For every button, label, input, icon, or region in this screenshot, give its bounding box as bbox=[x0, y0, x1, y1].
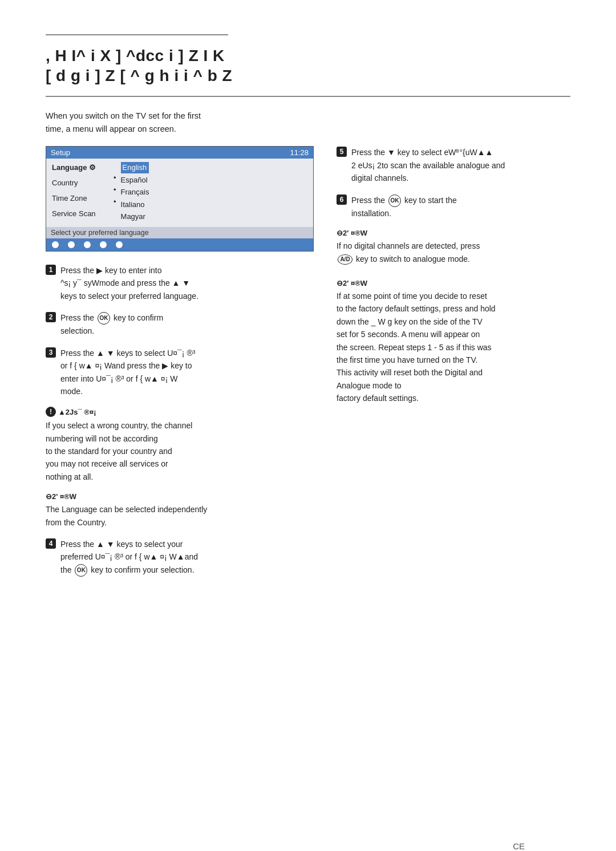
setup-status: Select your preferred language bbox=[46, 227, 313, 238]
setup-dots: • • • bbox=[114, 162, 116, 206]
setup-nav-dot-2 bbox=[68, 241, 75, 248]
setup-lang-espanol: Español bbox=[121, 175, 149, 186]
warning-note-text: If you select a wrong country, the chann… bbox=[46, 419, 314, 483]
right-column: 5 Press the ▼ key to select eW⁸°{uW▲▲ 2 … bbox=[337, 146, 570, 586]
step-2-text: Press the OK key to confirm selection. bbox=[60, 311, 163, 338]
setup-menu-box: Setup 11:28 Language ⚙ Country Time Zone… bbox=[46, 146, 314, 252]
warning-note-header: ! ▲2Js¯ ®¤¡ bbox=[46, 407, 314, 417]
warning-note: ! ▲2Js¯ ®¤¡ If you select a wrong countr… bbox=[46, 407, 314, 483]
chapter-title: , H I^ i X ] ^dcc i ] Z I K [ d g i ] Z … bbox=[46, 46, 570, 86]
setup-nav bbox=[46, 238, 313, 251]
step-2: 2 Press the OK key to confirm selection. bbox=[46, 311, 314, 338]
intro-text: When you switch on the TV set for the fi… bbox=[46, 110, 570, 136]
step-4: 4 Press the ▲ ▼ keys to select your pref… bbox=[46, 538, 314, 577]
setup-nav-dot-5 bbox=[116, 241, 123, 248]
info-note-1: ⊖2' ¤®W The Language can be selected ind… bbox=[46, 492, 314, 529]
setup-label-timezone: Time Zone bbox=[52, 193, 109, 205]
setup-lang-francais: Français bbox=[121, 187, 149, 198]
info-note-2-header: ⊖2' ¤®W bbox=[337, 229, 570, 237]
info-note-1-text: The Language can be selected independent… bbox=[46, 503, 314, 529]
two-column-layout: Setup 11:28 Language ⚙ Country Time Zone… bbox=[46, 146, 570, 586]
info-note-3-text: If at some point of time you decide to r… bbox=[337, 290, 570, 405]
step-1-text: Press the ▶ key to enter into ^s¡ y¯ syW… bbox=[60, 264, 198, 302]
step-4-text: Press the ▲ ▼ keys to select your prefer… bbox=[60, 538, 198, 577]
warning-icon: ! bbox=[46, 407, 56, 417]
step-5-text: Press the ▼ key to select eW⁸°{uW▲▲ 2 eU… bbox=[351, 146, 505, 184]
step-6-text: Press the OK key to start the installati… bbox=[351, 194, 457, 220]
info-note-1-header: ⊖2' ¤®W bbox=[46, 492, 314, 501]
step-6: 6 Press the OK key to start the installa… bbox=[337, 194, 570, 220]
top-rule bbox=[46, 34, 228, 35]
setup-lang-row: Language ⚙ Country Time Zone Service Sca… bbox=[52, 162, 307, 222]
ad-button: A/D bbox=[338, 254, 352, 265]
step-5: 5 Press the ▼ key to select eW⁸°{uW▲▲ 2 … bbox=[337, 146, 570, 184]
step-3: 3 Press the ▲ ▼ keys to select U¤¯¡ ®³ o… bbox=[46, 347, 314, 398]
setup-lang-magyar: Magyar bbox=[121, 211, 149, 222]
setup-labels: Language ⚙ Country Time Zone Service Sca… bbox=[52, 162, 109, 220]
step-3-text: Press the ▲ ▼ keys to select U¤¯¡ ®³ or … bbox=[60, 347, 195, 398]
info-note-3: ⊖2' ¤®W If at some point of time you dec… bbox=[337, 279, 570, 405]
setup-nav-dot-1 bbox=[52, 241, 59, 248]
setup-body: Language ⚙ Country Time Zone Service Sca… bbox=[46, 159, 313, 227]
info-note-2: ⊖2' ¤®W If no digital channels are detec… bbox=[337, 229, 570, 265]
setup-nav-dot-3 bbox=[84, 241, 91, 248]
step-3-number: 3 bbox=[46, 347, 56, 358]
step-1-number: 1 bbox=[46, 265, 56, 275]
step-2-number: 2 bbox=[46, 312, 56, 322]
setup-label-country: Country bbox=[52, 177, 109, 189]
setup-lang-english: English bbox=[121, 162, 149, 173]
bottom-rule bbox=[46, 96, 570, 97]
step-4-number: 4 bbox=[46, 538, 56, 549]
setup-header: Setup 11:28 bbox=[46, 147, 313, 159]
step-5-number: 5 bbox=[337, 147, 347, 157]
ce-label: CE bbox=[513, 841, 525, 851]
left-column: Setup 11:28 Language ⚙ Country Time Zone… bbox=[46, 146, 314, 586]
ok-button-step2: OK bbox=[98, 312, 110, 325]
info-note-2-text: If no digital channels are detected, pre… bbox=[337, 240, 570, 265]
step-6-number: 6 bbox=[337, 194, 347, 205]
setup-languages: English Español Français Italiano Magyar bbox=[121, 162, 149, 222]
setup-nav-dot-4 bbox=[100, 241, 107, 248]
setup-label-servicescan: Service Scan bbox=[52, 208, 109, 220]
setup-label-language: Language ⚙ bbox=[52, 162, 109, 174]
info-note-3-header: ⊖2' ¤®W bbox=[337, 279, 570, 287]
setup-lang-italiano: Italiano bbox=[121, 199, 149, 210]
ok-button-step6: OK bbox=[388, 194, 401, 207]
step-1: 1 Press the ▶ key to enter into ^s¡ y¯ s… bbox=[46, 264, 314, 302]
ok-button-step4: OK bbox=[75, 564, 87, 577]
